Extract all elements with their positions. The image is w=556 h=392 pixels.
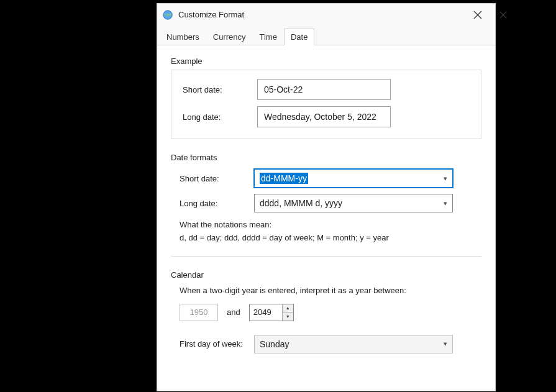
tab-strip: Numbers Currency Time Date: [157, 28, 495, 45]
example-group: Short date: 05-Oct-22 Long date: Wednesd…: [171, 70, 481, 139]
region-globe-icon: [162, 9, 173, 21]
example-long-date-value: Wednesday, October 5, 2022: [257, 106, 391, 127]
format-short-date-label: Short date:: [180, 174, 254, 183]
first-day-of-week-label: First day of week:: [180, 339, 254, 349]
notation-body: d, dd = day; ddd, dddd = day of week; M …: [180, 232, 480, 245]
close-icon: [473, 11, 482, 19]
format-long-date-label: Long date:: [180, 199, 254, 208]
close-button[interactable]: [465, 6, 490, 24]
tab-time[interactable]: Time: [253, 29, 284, 45]
year-to-value: 2049: [250, 304, 282, 321]
date-formats-group: Short date: dd-MMM-yy ▾ Long date: dddd,…: [171, 166, 481, 257]
format-short-date-combo[interactable]: dd-MMM-yy ▾: [254, 169, 453, 188]
spinner-up-button[interactable]: ▲: [283, 304, 293, 313]
format-short-date-value: dd-MMM-yy: [260, 173, 308, 184]
tab-currency[interactable]: Currency: [206, 29, 253, 45]
tab-numbers[interactable]: Numbers: [160, 29, 206, 45]
first-day-of-week-value: Sunday: [260, 339, 289, 349]
chevron-down-icon: ▾: [444, 199, 447, 207]
spinner-down-button[interactable]: ▼: [283, 312, 293, 321]
chevron-down-icon: ▾: [444, 340, 447, 348]
notation-text: What the notations mean: d, dd = day; dd…: [180, 219, 480, 245]
example-long-date-label: Long date:: [183, 112, 257, 122]
example-heading: Example: [171, 57, 481, 66]
chevron-down-icon: ▾: [444, 175, 447, 183]
format-long-date-combo[interactable]: dddd, MMMM d, yyyy ▾: [254, 194, 453, 212]
example-short-date-label: Short date:: [183, 85, 257, 94]
and-label: and: [227, 308, 240, 317]
calendar-heading: Calendar: [171, 270, 481, 280]
customize-format-dialog: Customize Format Numbers Currency Time D…: [157, 3, 496, 391]
first-day-of-week-combo[interactable]: Sunday ▾: [254, 335, 453, 353]
format-long-date-value: dddd, MMMM d, yyyy: [260, 198, 342, 208]
notation-title: What the notations mean:: [180, 219, 480, 232]
dialog-title: Customize Format: [178, 10, 465, 19]
year-from-box: 1950: [180, 304, 218, 321]
titlebar: Customize Format: [157, 4, 495, 25]
date-formats-heading: Date formats: [171, 153, 481, 162]
year-to-spinner[interactable]: 2049 ▲ ▼: [249, 304, 294, 321]
date-tab-panel: Example Short date: 05-Oct-22 Long date:…: [157, 45, 495, 389]
two-digit-year-text: When a two-digit year is entered, interp…: [180, 286, 480, 295]
tab-date[interactable]: Date: [284, 29, 314, 45]
background-close-icon: [497, 9, 509, 21]
example-short-date-value: 05-Oct-22: [257, 79, 391, 100]
calendar-group: When a two-digit year is entered, interp…: [171, 283, 481, 353]
